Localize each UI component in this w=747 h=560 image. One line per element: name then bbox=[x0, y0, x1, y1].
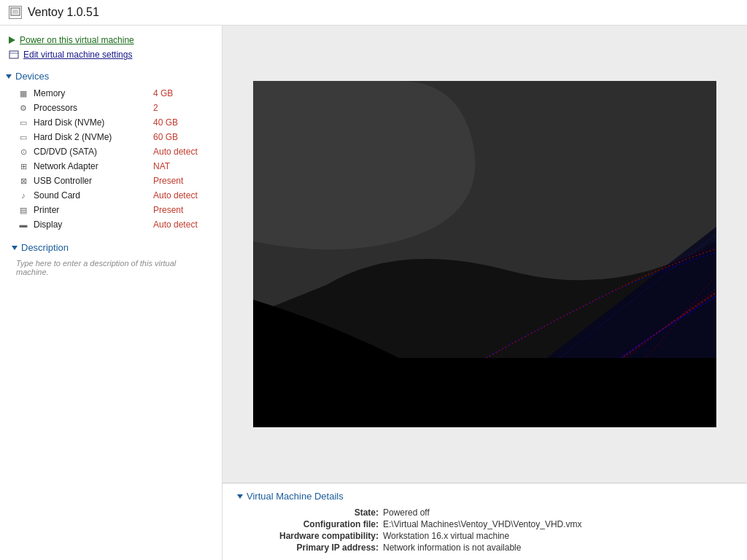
device-value-disk2: 60 GB bbox=[153, 132, 212, 142]
window-title: Ventoy 1.0.51 bbox=[28, 6, 99, 19]
device-name-disk1: Hard Disk (NVMe) bbox=[34, 117, 153, 128]
svg-rect-1 bbox=[12, 9, 18, 14]
sound-icon bbox=[18, 190, 29, 201]
vm-detail-config: Configuration file: E:\Virtual Machines\… bbox=[252, 519, 732, 529]
display-icon bbox=[18, 219, 29, 230]
hardware-label: Hardware compatibility: bbox=[252, 531, 383, 541]
main-content: Power on this virtual machine Edit virtu… bbox=[0, 26, 747, 560]
vm-detail-state: State: Powered off bbox=[252, 508, 732, 518]
devices-label: Devices bbox=[15, 71, 49, 82]
config-value: E:\Virtual Machines\Ventoy_VHD\Ventoy_VH… bbox=[383, 519, 582, 529]
app-window: Ventoy 1.0.51 Power on this virtual mach… bbox=[0, 0, 747, 560]
description-section: Description Type here to enter a descrip… bbox=[0, 233, 222, 282]
title-bar: Ventoy 1.0.51 bbox=[0, 0, 747, 26]
chevron-down-icon bbox=[12, 246, 18, 250]
list-item[interactable]: CD/DVD (SATA) Auto detect bbox=[0, 144, 222, 159]
edit-settings-action[interactable]: Edit virtual machine settings bbox=[0, 47, 222, 62]
left-panel: Power on this virtual machine Edit virtu… bbox=[0, 26, 222, 560]
list-item[interactable]: Hard Disk (NVMe) 40 GB bbox=[0, 115, 222, 130]
disk2-icon bbox=[18, 131, 29, 143]
edit-settings-label[interactable]: Edit virtual machine settings bbox=[23, 50, 132, 60]
device-name-printer: Printer bbox=[34, 205, 153, 215]
play-icon bbox=[9, 36, 15, 44]
right-panel: Virtual Machine Details State: Powered o… bbox=[222, 26, 747, 560]
device-name-usb: USB Controller bbox=[34, 176, 153, 186]
printer-icon bbox=[18, 204, 29, 216]
vm-details-title: Virtual Machine Details bbox=[247, 491, 344, 502]
description-label: Description bbox=[21, 242, 69, 253]
memory-icon bbox=[18, 88, 29, 99]
usb-icon bbox=[18, 175, 29, 187]
vm-details-section: Virtual Machine Details State: Powered o… bbox=[222, 483, 747, 560]
vm-detail-hardware: Hardware compatibility: Workstation 16.x… bbox=[252, 531, 732, 541]
power-on-label[interactable]: Power on this virtual machine bbox=[20, 35, 134, 45]
device-name-sound: Sound Card bbox=[34, 190, 153, 201]
device-list: Memory 4 GB Processors 2 Hard Disk (NVMe… bbox=[0, 85, 222, 233]
device-name-network: Network Adapter bbox=[34, 161, 153, 171]
device-value-printer: Present bbox=[153, 205, 212, 215]
chevron-down-icon bbox=[6, 74, 12, 79]
device-name-display: Display bbox=[34, 219, 153, 230]
disk1-icon bbox=[18, 117, 29, 128]
devices-section-header[interactable]: Devices bbox=[0, 68, 222, 85]
svg-rect-2 bbox=[9, 51, 18, 58]
list-item[interactable]: Hard Disk 2 (NVMe) 60 GB bbox=[0, 130, 222, 144]
ip-label: Primary IP address: bbox=[252, 542, 383, 553]
device-value-cdrom: Auto detect bbox=[153, 147, 212, 157]
vm-details-rows: State: Powered off Configuration file: E… bbox=[237, 508, 732, 553]
device-value-processors: 2 bbox=[153, 103, 212, 113]
hardware-value: Workstation 16.x virtual machine bbox=[383, 531, 509, 541]
list-item[interactable]: Processors 2 bbox=[0, 101, 222, 115]
state-value: Powered off bbox=[383, 508, 430, 518]
config-label: Configuration file: bbox=[252, 519, 383, 529]
cpu-icon bbox=[18, 102, 29, 114]
network-icon bbox=[18, 160, 29, 172]
device-name-memory: Memory bbox=[34, 88, 153, 98]
vm-screen-content bbox=[253, 81, 716, 427]
window-icon bbox=[9, 6, 22, 19]
list-item[interactable]: Memory 4 GB bbox=[0, 86, 222, 101]
vm-preview-area bbox=[222, 26, 747, 483]
vm-details-header[interactable]: Virtual Machine Details bbox=[237, 491, 732, 502]
list-item[interactable]: Printer Present bbox=[0, 203, 222, 217]
device-name-processors: Processors bbox=[34, 103, 153, 113]
device-value-disk1: 40 GB bbox=[153, 117, 212, 128]
list-item[interactable]: Display Auto detect bbox=[0, 217, 222, 232]
vm-screen[interactable] bbox=[253, 81, 716, 427]
power-on-action[interactable]: Power on this virtual machine bbox=[0, 33, 222, 47]
device-name-disk2: Hard Disk 2 (NVMe) bbox=[34, 132, 153, 142]
device-value-network: NAT bbox=[153, 161, 212, 171]
edit-icon bbox=[9, 50, 19, 60]
description-section-header[interactable]: Description bbox=[6, 239, 216, 256]
device-value-display: Auto detect bbox=[153, 219, 212, 230]
ip-value: Network information is not available bbox=[383, 542, 521, 553]
device-value-usb: Present bbox=[153, 176, 212, 186]
list-item[interactable]: Network Adapter NAT bbox=[0, 159, 222, 174]
list-item[interactable]: USB Controller Present bbox=[0, 174, 222, 188]
cdrom-icon bbox=[18, 146, 29, 158]
device-value-memory: 4 GB bbox=[153, 88, 212, 98]
description-placeholder[interactable]: Type here to enter a description of this… bbox=[6, 256, 216, 279]
chevron-down-icon bbox=[237, 494, 243, 499]
device-name-cdrom: CD/DVD (SATA) bbox=[34, 147, 153, 157]
vm-detail-ip: Primary IP address: Network information … bbox=[252, 542, 732, 553]
state-label: State: bbox=[252, 508, 383, 518]
list-item[interactable]: Sound Card Auto detect bbox=[0, 188, 222, 203]
device-value-sound: Auto detect bbox=[153, 190, 212, 201]
